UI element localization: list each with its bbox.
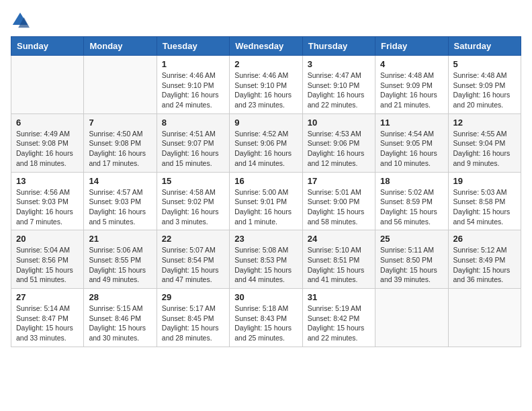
sunset-label: Sunset: 9:01 PM bbox=[234, 197, 287, 205]
day-header-monday: Monday bbox=[84, 37, 157, 56]
daylight-label: Daylight: 16 hours and 5 minutes. bbox=[89, 208, 146, 226]
calendar-cell: 16Sunrise: 5:00 AMSunset: 9:01 PMDayligh… bbox=[230, 172, 302, 230]
sunrise-label: Sunrise: 4:51 AM bbox=[162, 130, 216, 138]
daylight-label: Daylight: 16 hours and 22 minutes. bbox=[308, 91, 365, 109]
cell-info: Sunrise: 5:07 AMSunset: 8:54 PMDaylight:… bbox=[162, 245, 224, 285]
sunrise-label: Sunrise: 4:48 AM bbox=[380, 71, 434, 79]
calendar-week-row: 13Sunrise: 4:56 AMSunset: 9:03 PMDayligh… bbox=[11, 172, 521, 230]
calendar-cell: 23Sunrise: 5:08 AMSunset: 8:53 PMDayligh… bbox=[230, 230, 302, 289]
cell-day-number: 4 bbox=[380, 59, 443, 69]
daylight-label: Daylight: 16 hours and 15 minutes. bbox=[162, 149, 219, 167]
calendar-cell: 7Sunrise: 4:50 AMSunset: 9:08 PMDaylight… bbox=[84, 113, 157, 172]
calendar-week-row: 6Sunrise: 4:49 AMSunset: 9:08 PMDaylight… bbox=[11, 113, 521, 172]
calendar-cell: 20Sunrise: 5:04 AMSunset: 8:56 PMDayligh… bbox=[11, 230, 84, 289]
cell-day-number: 27 bbox=[16, 292, 79, 302]
sunset-label: Sunset: 9:04 PM bbox=[453, 139, 506, 147]
cell-day-number: 21 bbox=[89, 234, 151, 244]
day-header-friday: Friday bbox=[375, 37, 448, 56]
cell-day-number: 2 bbox=[234, 59, 297, 69]
cell-info: Sunrise: 4:50 AMSunset: 9:08 PMDaylight:… bbox=[89, 129, 151, 169]
daylight-label: Daylight: 15 hours and 39 minutes. bbox=[380, 266, 437, 284]
day-header-wednesday: Wednesday bbox=[230, 37, 302, 56]
cell-day-number: 14 bbox=[89, 176, 151, 186]
sunset-label: Sunset: 9:08 PM bbox=[89, 139, 141, 147]
sunrise-label: Sunrise: 4:46 AM bbox=[234, 71, 288, 79]
sunrise-label: Sunrise: 4:55 AM bbox=[453, 130, 507, 138]
daylight-label: Daylight: 15 hours and 22 minutes. bbox=[308, 324, 365, 342]
cell-info: Sunrise: 5:15 AMSunset: 8:46 PMDaylight:… bbox=[89, 304, 151, 343]
sunrise-label: Sunrise: 5:18 AM bbox=[234, 304, 288, 312]
calendar-cell: 26Sunrise: 5:12 AMSunset: 8:49 PMDayligh… bbox=[448, 230, 521, 289]
sunrise-label: Sunrise: 5:06 AM bbox=[89, 246, 142, 254]
sunrise-label: Sunrise: 5:19 AM bbox=[308, 304, 361, 312]
sunset-label: Sunset: 9:00 PM bbox=[308, 197, 360, 205]
daylight-label: Daylight: 15 hours and 51 minutes. bbox=[16, 266, 73, 284]
cell-day-number: 5 bbox=[453, 59, 516, 69]
cell-info: Sunrise: 5:19 AMSunset: 8:42 PMDaylight:… bbox=[308, 304, 370, 343]
sunset-label: Sunset: 8:47 PM bbox=[16, 314, 69, 322]
calendar-cell: 4Sunrise: 4:48 AMSunset: 9:09 PMDaylight… bbox=[375, 56, 448, 114]
daylight-label: Daylight: 15 hours and 30 minutes. bbox=[89, 324, 146, 342]
daylight-label: Daylight: 16 hours and 12 minutes. bbox=[308, 149, 365, 167]
sunset-label: Sunset: 9:07 PM bbox=[162, 139, 214, 147]
daylight-label: Daylight: 15 hours and 28 minutes. bbox=[162, 324, 219, 342]
sunrise-label: Sunrise: 5:17 AM bbox=[162, 304, 216, 312]
sunrise-label: Sunrise: 5:14 AM bbox=[16, 304, 70, 312]
daylight-label: Daylight: 16 hours and 21 minutes. bbox=[380, 91, 437, 109]
calendar-cell: 8Sunrise: 4:51 AMSunset: 9:07 PMDaylight… bbox=[157, 113, 229, 172]
cell-day-number: 9 bbox=[234, 118, 297, 128]
daylight-label: Daylight: 15 hours and 25 minutes. bbox=[234, 324, 292, 342]
cell-day-number: 20 bbox=[16, 234, 79, 244]
cell-day-number: 12 bbox=[453, 118, 516, 128]
daylight-label: Daylight: 15 hours and 58 minutes. bbox=[308, 208, 365, 226]
daylight-label: Daylight: 16 hours and 10 minutes. bbox=[380, 149, 437, 167]
calendar-cell: 11Sunrise: 4:54 AMSunset: 9:05 PMDayligh… bbox=[375, 113, 448, 172]
daylight-label: Daylight: 15 hours and 41 minutes. bbox=[308, 266, 365, 284]
daylight-label: Daylight: 15 hours and 44 minutes. bbox=[234, 266, 292, 284]
sunrise-label: Sunrise: 4:57 AM bbox=[89, 188, 142, 196]
sunset-label: Sunset: 8:50 PM bbox=[380, 256, 433, 264]
sunset-label: Sunset: 8:55 PM bbox=[89, 256, 141, 264]
day-header-saturday: Saturday bbox=[448, 37, 521, 56]
calendar-cell bbox=[375, 289, 448, 347]
daylight-label: Daylight: 15 hours and 33 minutes. bbox=[16, 324, 73, 342]
sunrise-label: Sunrise: 5:00 AM bbox=[234, 188, 288, 196]
daylight-label: Daylight: 16 hours and 23 minutes. bbox=[234, 91, 292, 109]
sunrise-label: Sunrise: 4:49 AM bbox=[16, 130, 70, 138]
sunrise-label: Sunrise: 4:53 AM bbox=[308, 130, 361, 138]
cell-info: Sunrise: 4:46 AMSunset: 9:10 PMDaylight:… bbox=[234, 71, 297, 110]
cell-day-number: 17 bbox=[308, 176, 370, 186]
cell-info: Sunrise: 4:47 AMSunset: 9:10 PMDaylight:… bbox=[308, 71, 370, 110]
sunset-label: Sunset: 9:09 PM bbox=[453, 81, 506, 89]
sunrise-label: Sunrise: 5:03 AM bbox=[453, 188, 507, 196]
cell-info: Sunrise: 4:56 AMSunset: 9:03 PMDaylight:… bbox=[16, 187, 79, 227]
daylight-label: Daylight: 15 hours and 54 minutes. bbox=[453, 208, 511, 226]
day-header-thursday: Thursday bbox=[302, 37, 375, 56]
cell-info: Sunrise: 5:08 AMSunset: 8:53 PMDaylight:… bbox=[234, 245, 297, 285]
calendar-week-row: 27Sunrise: 5:14 AMSunset: 8:47 PMDayligh… bbox=[11, 289, 521, 347]
cell-day-number: 11 bbox=[380, 118, 443, 128]
sunrise-label: Sunrise: 4:58 AM bbox=[162, 188, 216, 196]
cell-info: Sunrise: 5:00 AMSunset: 9:01 PMDaylight:… bbox=[234, 187, 297, 227]
sunset-label: Sunset: 9:05 PM bbox=[380, 139, 433, 147]
cell-info: Sunrise: 5:17 AMSunset: 8:45 PMDaylight:… bbox=[162, 304, 224, 343]
calendar-cell: 19Sunrise: 5:03 AMSunset: 8:58 PMDayligh… bbox=[448, 172, 521, 230]
cell-day-number: 23 bbox=[234, 234, 297, 244]
calendar-cell: 31Sunrise: 5:19 AMSunset: 8:42 PMDayligh… bbox=[302, 289, 375, 347]
sunset-label: Sunset: 9:02 PM bbox=[162, 197, 214, 205]
cell-day-number: 22 bbox=[162, 234, 224, 244]
cell-day-number: 19 bbox=[453, 176, 516, 186]
cell-info: Sunrise: 4:51 AMSunset: 9:07 PMDaylight:… bbox=[162, 129, 224, 169]
cell-info: Sunrise: 5:02 AMSunset: 8:59 PMDaylight:… bbox=[380, 187, 443, 227]
cell-day-number: 15 bbox=[162, 176, 224, 186]
calendar-cell: 25Sunrise: 5:11 AMSunset: 8:50 PMDayligh… bbox=[375, 230, 448, 289]
sunrise-label: Sunrise: 5:12 AM bbox=[453, 246, 507, 254]
calendar-cell: 9Sunrise: 4:52 AMSunset: 9:06 PMDaylight… bbox=[230, 113, 302, 172]
cell-day-number: 6 bbox=[16, 118, 79, 128]
calendar-cell: 13Sunrise: 4:56 AMSunset: 9:03 PMDayligh… bbox=[11, 172, 84, 230]
cell-day-number: 30 bbox=[234, 292, 297, 302]
cell-day-number: 29 bbox=[162, 292, 224, 302]
cell-day-number: 16 bbox=[234, 176, 297, 186]
sunset-label: Sunset: 8:59 PM bbox=[380, 197, 433, 205]
cell-day-number: 26 bbox=[453, 234, 516, 244]
